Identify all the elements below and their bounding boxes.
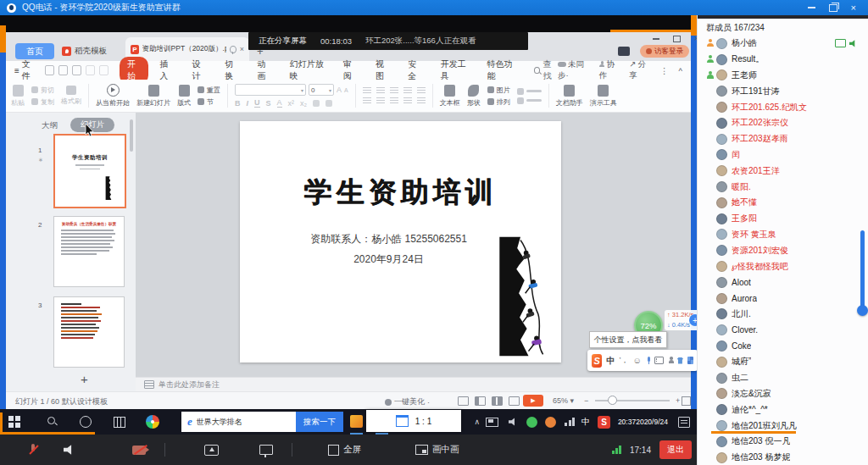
section-button[interactable]: 节 (198, 97, 220, 107)
member-row[interactable]: 地信203 倪一凡 (698, 434, 868, 450)
strike-button[interactable]: S (266, 99, 271, 108)
member-row[interactable]: 淡忘&沉寂 (698, 386, 868, 402)
member-row[interactable]: 北川. (698, 307, 868, 323)
taskbar-search-icon[interactable] (47, 417, 55, 424)
tab-docer[interactable]: 稻壳模板 (62, 43, 107, 59)
guest-login-button[interactable]: 访客登录 (640, 45, 689, 58)
shapes-button[interactable]: 形状 (467, 81, 481, 110)
tray-clock[interactable]: 20:37 2020/9/24 (618, 409, 668, 435)
doc-assistant-button[interactable]: 文档助手 (556, 81, 583, 110)
decrease-font-icon[interactable]: A (344, 87, 348, 93)
new-slide-button[interactable]: 新建幻灯片 (136, 81, 170, 110)
search-go-button[interactable]: 搜索一下 (296, 412, 343, 432)
camera-muted-icon[interactable] (132, 446, 146, 455)
member-row[interactable]: 迪伦*^_^* (698, 401, 868, 418)
print-icon[interactable] (58, 65, 68, 75)
group-button[interactable] (517, 97, 542, 104)
indent-decrease-icon[interactable] (390, 87, 398, 94)
punctuation-toggle[interactable]: ’， (619, 355, 628, 366)
member-row[interactable]: 闰 (698, 147, 868, 163)
align-right-icon[interactable] (390, 97, 398, 104)
text-box-button[interactable]: 文本框 (440, 81, 460, 110)
template-name[interactable]: 默认设计模板 (62, 396, 108, 407)
subscript-button[interactable]: x₂ (300, 99, 307, 108)
tray-wechat-icon[interactable] (526, 409, 537, 435)
layout-button[interactable]: 版式 (177, 81, 191, 110)
member-row[interactable]: 虫二 (698, 370, 868, 386)
current-slide[interactable]: 学生资助培训 资助联系人：杨小皓 15255062551 2020年9月24日 (240, 121, 561, 363)
font-family-select[interactable]: ▾ (235, 84, 306, 96)
speaker-icon[interactable] (64, 445, 75, 456)
fill-button[interactable] (517, 88, 542, 95)
format-painter-button[interactable]: 格式刷 (61, 81, 81, 110)
taskbar-app-photos[interactable] (350, 415, 363, 428)
wps-maximize-icon[interactable] (673, 36, 681, 42)
whiteboard-icon[interactable] (259, 445, 273, 455)
view-notes-icon[interactable] (458, 396, 469, 406)
slide-thumbnail-2[interactable]: 资助委员（生活委员兼任）职责 (53, 216, 125, 287)
wps-minimize-icon[interactable] (653, 38, 659, 40)
start-button[interactable] (8, 416, 19, 427)
italic-button[interactable]: I (247, 99, 249, 108)
minimize-icon[interactable] (808, 7, 815, 8)
voice-input-icon[interactable] (646, 357, 650, 365)
member-row[interactable]: 王老师 (698, 68, 868, 84)
member-row[interactable]: 环工202张宗仪 (698, 115, 868, 131)
sync-status[interactable]: 未同步· (558, 59, 589, 81)
ime-toolbar[interactable]: S 中 ’， ☺ (587, 350, 698, 371)
member-row[interactable]: 杨小皓 (698, 36, 868, 52)
view-reading-icon[interactable] (509, 396, 520, 406)
collab-button[interactable]: 协作 (599, 59, 619, 81)
zoom-in-button[interactable]: + (676, 396, 680, 405)
tray-expand-icon[interactable]: ∧ (474, 409, 480, 435)
share-screen-icon[interactable] (204, 445, 219, 456)
member-row[interactable]: Clover. (698, 322, 868, 338)
underline-button[interactable]: U (254, 98, 260, 108)
zoom-slider-track[interactable] (595, 400, 670, 401)
zoom-out-button[interactable]: − (584, 396, 588, 405)
skin-icon[interactable] (677, 357, 683, 364)
find-button[interactable]: 查找 (534, 58, 558, 82)
increase-font-icon[interactable]: A (337, 86, 342, 94)
notes-bar[interactable]: 单击此处添加备注 (136, 377, 691, 391)
member-row[interactable]: 她不懂 (698, 195, 868, 211)
font-size-select[interactable]: 0▾ (309, 84, 334, 96)
notification-center-icon[interactable] (678, 409, 690, 435)
member-row[interactable]: 环工203赵孝雨 (698, 131, 868, 147)
font-color-button[interactable]: A (277, 98, 282, 108)
member-row[interactable]: Aurora (698, 291, 868, 307)
line-spacing-icon[interactable] (417, 87, 426, 94)
member-row[interactable]: 城府” (698, 354, 868, 370)
soft-keyboard-icon[interactable] (654, 357, 664, 364)
close-icon[interactable]: × (851, 3, 856, 12)
add-slide-button[interactable]: + (81, 372, 88, 386)
account-icon[interactable] (668, 357, 673, 364)
tab-close-icon[interactable]: × (240, 45, 244, 53)
member-row[interactable]: 环工191甘涛 (698, 83, 868, 99)
slide-thumbnail-1[interactable]: 学生资助培训 (53, 134, 126, 208)
member-row[interactable]: Result。 (698, 52, 868, 68)
fit-window-icon[interactable] (682, 396, 691, 406)
member-row[interactable]: ℘怪我都怪我吧 (698, 258, 868, 274)
superscript-button[interactable]: x² (288, 99, 295, 108)
play-from-current-button[interactable]: 从当前开始 (96, 81, 130, 110)
tray-volume-icon[interactable] (509, 409, 517, 435)
exit-call-button[interactable]: 退出 (659, 440, 692, 459)
member-row[interactable]: Aloot (698, 274, 868, 291)
tray-network-icon[interactable] (565, 409, 575, 435)
text-effect-icon[interactable] (326, 100, 332, 107)
panel-scrollbar[interactable] (130, 119, 133, 152)
collapse-ribbon-icon[interactable]: ^ (679, 66, 682, 75)
indent-increase-icon[interactable] (403, 87, 412, 94)
bold-button[interactable]: B (235, 99, 241, 108)
arrange-button[interactable]: 排列 (487, 97, 510, 107)
member-row[interactable]: 暖阳. (698, 179, 868, 195)
tab-outline[interactable]: 大纲 (42, 120, 58, 131)
member-scrollbar[interactable] (860, 230, 865, 312)
view-normal-icon[interactable] (475, 396, 486, 406)
toolbox-icon[interactable] (687, 357, 693, 364)
member-row[interactable]: 王多阳 (698, 211, 868, 227)
scrollbar-knob[interactable] (857, 305, 868, 316)
emoji-icon[interactable]: ☺ (632, 356, 641, 365)
distribute-icon[interactable] (417, 97, 426, 104)
